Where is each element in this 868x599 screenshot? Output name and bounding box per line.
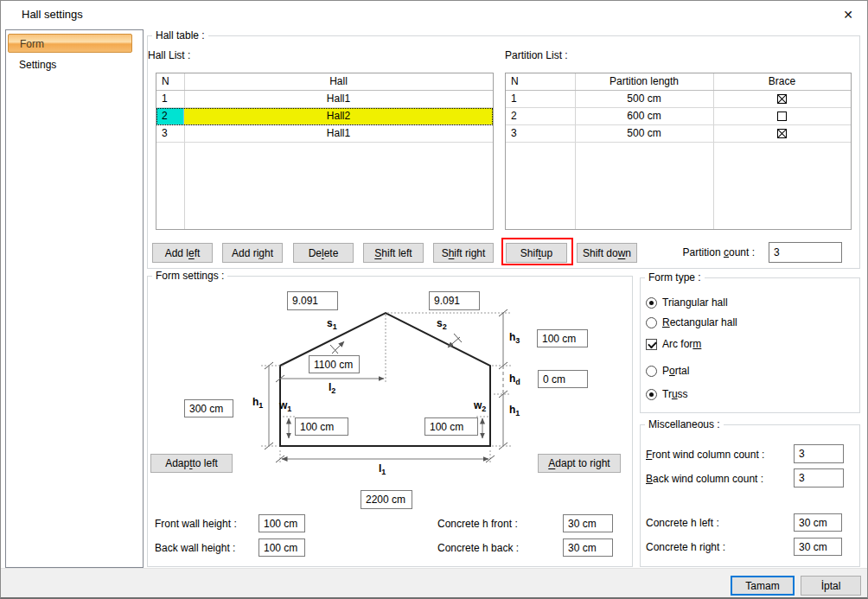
option-arc-form[interactable]: Arc form [646,337,701,351]
hall-table-group-label: Hall table : [152,29,208,41]
hd-input[interactable] [538,370,588,388]
window-title: Hall settings [22,8,83,21]
delete-button[interactable]: Delete [293,243,354,263]
partition-count-label: Partition count : [641,245,755,259]
partition-count-input[interactable] [769,242,842,263]
diagram-label-h1-right: h1 [509,404,520,417]
radio-icon[interactable] [646,297,657,309]
table-row[interactable]: 1 Hall1 [156,91,493,108]
close-icon[interactable]: ✕ [835,4,861,25]
radio-icon[interactable] [646,317,657,328]
hall-list-table: N Hall 1 Hall1 2 Hall2 3 Hall1 [156,73,494,230]
table-row[interactable]: 2 600 cm [506,108,851,125]
partition-length-cell: 500 cm [575,125,713,142]
partition-length-cell: 600 cm [575,108,713,124]
click-highlight-box [501,238,573,265]
row-number-cell: 2 [156,108,184,124]
option-triangular-hall[interactable]: Triangular hall [646,296,728,309]
front-wind-column-count-input[interactable] [794,444,844,463]
form-type-group-label: Form type : [645,271,705,284]
brace-checkbox[interactable] [777,129,787,138]
row-number-cell: 2 [506,108,575,124]
hall-name-cell: Hall1 [184,125,493,142]
diagram-label-l2: l2 [329,381,335,395]
front-wall-height-input[interactable] [258,514,305,532]
sidebar-item-settings[interactable]: Settings [8,55,132,74]
diagram-label-w2: w2 [474,399,486,413]
w2-input[interactable] [424,417,478,436]
option-label: Triangular hall [662,296,728,309]
concrete-h-left-label: Concrete h left : [646,516,719,530]
partition-length-cell: 500 cm [575,91,713,107]
concrete-h-back-label: Concrete h back : [437,541,519,555]
sidebar-item-label: Settings [19,59,56,71]
diagram-label-hd: hd [509,373,520,386]
add-left-button[interactable]: Add left [152,243,213,263]
option-label: Rectangular hall [662,316,737,328]
table-row[interactable]: 1 500 cm [506,91,851,108]
column-header-n: N [506,73,575,90]
shift-left-button[interactable]: Shift left [363,243,424,263]
hall-settings-dialog: Hall settings ✕ Form Settings Hall table… [0,0,868,599]
adapt-to-right-button[interactable]: Adapt to right [538,454,621,473]
slope-s2-input[interactable] [429,291,480,310]
front-wall-height-label: Front wall height : [155,517,237,531]
diagram-label-l1: l1 [379,462,386,476]
diagram-label-h1-left: h1 [252,396,263,410]
radio-icon[interactable] [646,389,657,400]
adapt-to-left-button[interactable]: Adapt to left [150,454,233,473]
concrete-h-right-label: Concrete h right : [646,540,725,554]
brace-checkbox[interactable] [777,94,787,104]
concrete-h-front-input[interactable] [563,514,613,532]
sidebar: Form Settings [5,29,144,568]
h3-input[interactable] [537,329,588,347]
diagram-label-h3: h3 [509,331,520,345]
slope-s1-input[interactable] [287,291,338,310]
option-label: Truss [662,388,688,400]
back-wall-height-input[interactable] [258,538,305,557]
column-header-brace: Brace [713,73,851,90]
brace-checkbox[interactable] [777,112,787,121]
back-wind-column-count-input[interactable] [794,468,844,487]
concrete-h-left-input[interactable] [794,513,842,532]
row-number-cell: 1 [506,91,575,107]
hall-list-label: Hall List : [148,48,190,62]
option-rectangular-hall[interactable]: Rectangular hall [646,315,737,329]
column-header-n: N [156,73,184,90]
partition-list-header-row: N Partition length Brace [506,73,851,91]
option-label: Portal [662,365,689,377]
table-row[interactable]: 3 500 cm [506,125,851,143]
concrete-h-back-input[interactable] [563,538,613,557]
shift-right-button[interactable]: Shift right [433,243,494,263]
table-row-selected[interactable]: 2 Hall2 [156,108,493,125]
row-number-cell: 3 [156,125,184,142]
front-wind-column-count-label: Front wind column count : [646,448,764,462]
add-right-button[interactable]: Add right [222,243,283,263]
diagram-label-s2: s2 [437,317,447,331]
table-row[interactable]: 3 Hall1 [156,125,493,143]
diagram-label-s1: s1 [327,317,337,331]
cancel-button[interactable]: İptal [801,576,861,596]
form-settings-group-label: Form settings : [152,270,227,282]
l1-input[interactable] [361,490,412,509]
radio-icon[interactable] [646,366,657,377]
hall-name-cell: Hall2 [184,108,493,124]
miscellaneous-group-label: Miscellaneous : [645,418,724,430]
shift-down-button[interactable]: Shift down [577,243,637,263]
option-label: Arc form [662,338,701,350]
hall-name-cell: Hall1 [184,91,493,107]
partition-list-table: N Partition length Brace 1 500 cm 2 600 … [505,73,852,230]
ok-button[interactable]: Tamam [731,576,795,596]
l2-input[interactable] [309,355,360,373]
left-wall-input[interactable] [184,399,233,417]
option-portal[interactable]: Portal [646,364,689,378]
diagram-label-w1: w1 [279,399,291,413]
option-truss[interactable]: Truss [646,387,688,401]
checkbox-icon[interactable] [646,339,657,350]
sidebar-item-form[interactable]: Form [8,34,132,53]
column-header-partition-length: Partition length [575,73,713,90]
partition-list-label: Partition List : [505,48,568,62]
concrete-h-right-input[interactable] [794,538,842,556]
w1-input[interactable] [295,417,348,436]
concrete-h-front-label: Concrete h front : [437,517,518,531]
